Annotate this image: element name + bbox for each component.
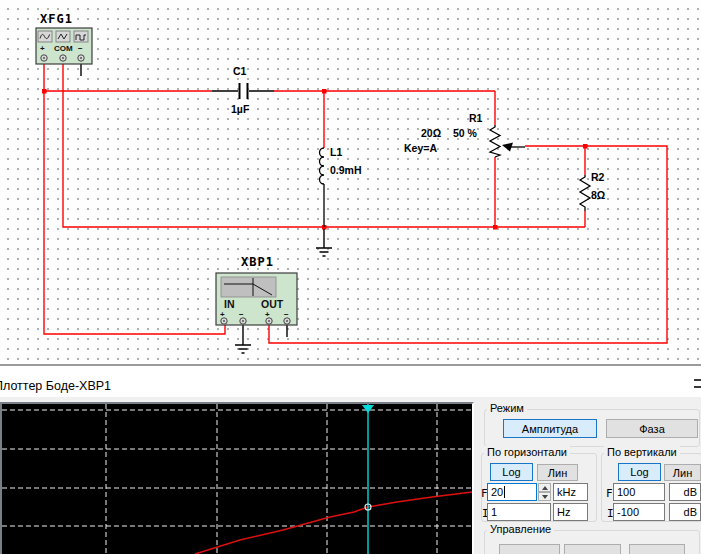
plot-grid xyxy=(2,404,474,554)
window-edge-artifact xyxy=(694,379,701,390)
vertical-f-label: F xyxy=(606,487,613,500)
r1-setting[interactable]: 50 % xyxy=(453,127,478,139)
horizontal-log-button[interactable]: Log xyxy=(490,463,533,481)
xbp-in-label: IN xyxy=(224,298,235,310)
bode-window-content: Режим Амплитуда Фаза По горизонтали Log … xyxy=(0,397,701,554)
horizontal-group-label: По горизонтали xyxy=(484,446,570,458)
junction-dot xyxy=(583,144,588,149)
bode-plot-display[interactable] xyxy=(0,402,474,554)
xbp-screen xyxy=(221,277,276,297)
vertical-lin-button[interactable]: Лин xyxy=(664,464,701,481)
vertical-log-button[interactable]: Log xyxy=(618,463,661,481)
horizontal-i-value: 1 xyxy=(491,506,497,518)
xfg-waveform-buttons[interactable] xyxy=(38,31,88,42)
horizontal-f-spinner[interactable] xyxy=(538,483,551,501)
up-arrow-icon xyxy=(542,486,548,490)
vertical-f-unit: dB xyxy=(669,483,701,501)
inductor-l1[interactable] xyxy=(320,148,325,227)
xfg-com-sign: COM xyxy=(54,44,73,53)
bode-plot-svg xyxy=(2,404,474,554)
spinner-down-button[interactable] xyxy=(538,492,551,501)
c1-value[interactable]: 1µF xyxy=(231,103,250,115)
vertical-f-value: 100 xyxy=(617,486,635,498)
c1-label[interactable]: C1 xyxy=(233,65,247,77)
wiper-arrow-icon xyxy=(502,143,513,152)
phase-button[interactable]: Фаза xyxy=(606,419,698,438)
junction-dots xyxy=(42,89,588,230)
xfg1-refdes[interactable]: XFG1 xyxy=(40,12,73,26)
r1-label[interactable]: R1 xyxy=(469,112,483,124)
control-button-3[interactable] xyxy=(629,544,685,554)
bode-curve xyxy=(195,492,472,554)
xbp-out-label: OUT xyxy=(261,298,284,310)
r2-value[interactable]: 8Ω xyxy=(591,189,605,201)
function-generator-xfg1[interactable]: + COM − xyxy=(36,28,92,64)
l1-value[interactable]: 0.9mH xyxy=(330,164,362,176)
junction-dot xyxy=(42,89,47,94)
r2-label[interactable]: R2 xyxy=(591,171,605,183)
junction-dot xyxy=(493,225,498,230)
text-caret xyxy=(504,486,505,498)
horizontal-f-value: 20 xyxy=(491,486,503,498)
horizontal-f-input[interactable]: 20 xyxy=(487,483,537,501)
vertical-i-input[interactable]: -100 xyxy=(613,503,665,521)
control-button-2[interactable] xyxy=(564,544,621,554)
horizontal-i-input[interactable]: 1 xyxy=(487,503,551,521)
xfg-plus-sign: + xyxy=(40,44,45,53)
horizontal-f-unit: kHz xyxy=(553,483,588,501)
control-button-1[interactable] xyxy=(499,544,560,554)
vertical-i-unit: dB xyxy=(669,503,701,521)
bode-cursor-handle[interactable] xyxy=(362,405,374,413)
schematic-svg: + COM − XFG1 IN OUT + − + − xyxy=(0,0,701,364)
xfg-minus-sign: − xyxy=(78,44,83,53)
wire-to-bode-in[interactable] xyxy=(44,91,225,334)
capacitor-c1[interactable] xyxy=(212,83,274,99)
l1-label[interactable]: L1 xyxy=(330,146,342,158)
spinner-up-button[interactable] xyxy=(538,483,551,492)
bode-control-panel: Режим Амплитуда Фаза По горизонтали Log … xyxy=(478,397,701,554)
resistor-r2[interactable] xyxy=(580,175,590,211)
wire-net[interactable] xyxy=(44,61,667,343)
potentiometer-r1[interactable] xyxy=(490,125,525,157)
control-group-label: Управление xyxy=(487,523,554,535)
vertical-i-value: -100 xyxy=(617,506,639,518)
amplitude-button[interactable]: Амплитуда xyxy=(503,419,597,438)
schematic-canvas[interactable]: + COM − XFG1 IN OUT + − + − xyxy=(0,0,701,364)
bode-window-titlebar[interactable]: Плоттер Боде-XBP1 xyxy=(0,364,701,400)
mode-group-label: Режим xyxy=(487,402,527,414)
bode-window-title: Плоттер Боде-XBP1 xyxy=(0,379,111,393)
horizontal-lin-button[interactable]: Лин xyxy=(537,464,578,481)
horizontal-i-unit: Hz xyxy=(553,503,588,521)
vertical-f-input[interactable]: 100 xyxy=(613,483,665,501)
r1-value[interactable]: 20Ω xyxy=(421,127,441,139)
wire-wiper-to-bode-out[interactable] xyxy=(269,146,667,343)
bode-plotter-xbp1[interactable]: IN OUT + − + − xyxy=(216,273,297,325)
multisim-screenshot: + COM − XFG1 IN OUT + − + − xyxy=(0,0,701,554)
ground-l1[interactable] xyxy=(316,229,332,256)
r1-key[interactable]: Key=A xyxy=(404,142,437,154)
bode-plotter-window: Плоттер Боде-XBP1 xyxy=(0,364,701,554)
junction-dot xyxy=(322,89,327,94)
xbp1-refdes[interactable]: XBP1 xyxy=(241,255,274,269)
down-arrow-icon xyxy=(542,495,548,499)
vertical-group-label: По вертикали xyxy=(604,446,680,458)
ground-bode-in[interactable] xyxy=(235,325,251,353)
